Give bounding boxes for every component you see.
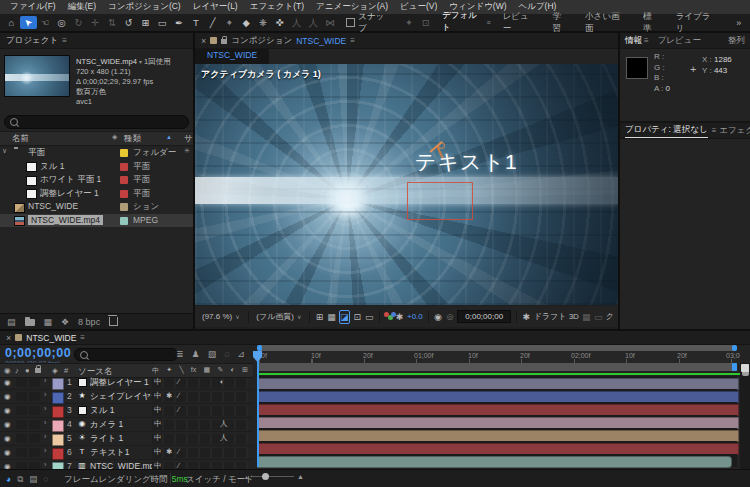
expander-icon[interactable]: ›	[44, 433, 46, 440]
column-name[interactable]: 名前	[12, 133, 29, 145]
expander-icon[interactable]: ›	[44, 447, 46, 454]
footage-caret-icon[interactable]: ▾	[139, 59, 142, 65]
switch-cells[interactable]	[152, 378, 248, 388]
expander-icon[interactable]: ›	[44, 405, 46, 412]
tab-project[interactable]: プロジェクト	[6, 35, 58, 47]
expander-icon[interactable]: ›	[44, 419, 46, 426]
layer-label-chip[interactable]	[52, 448, 64, 460]
item-name[interactable]: ホワイト 平面 1	[40, 174, 101, 186]
orbit-camera-tool-icon[interactable]: ↻	[70, 16, 87, 29]
frame-blending-icon[interactable]: ▧	[208, 349, 217, 359]
close-icon[interactable]: ×	[201, 36, 206, 46]
transparency-grid-icon[interactable]: ▦	[327, 311, 336, 323]
region-of-interest-icon[interactable]: ⊡	[353, 311, 362, 323]
layer-label-chip[interactable]	[52, 420, 64, 432]
viewer-subtab[interactable]: NTSC_WIDE	[195, 49, 269, 64]
video-column-icon[interactable]: ◉	[4, 366, 11, 375]
tab-effects-presets[interactable]: エフェクト&プ	[719, 125, 750, 137]
axis-view-icon[interactable]: ⋈	[322, 16, 339, 29]
layer-label-chip[interactable]	[52, 378, 64, 390]
project-row-composition[interactable]: NTSC_WIDE ション	[0, 200, 193, 214]
item-name[interactable]: 調整レイヤー 1	[40, 188, 99, 200]
audio-column-icon[interactable]: ♪	[15, 366, 19, 375]
layer-duration-bar[interactable]	[257, 391, 739, 403]
menu-layer[interactable]: レイヤー(L)	[187, 1, 244, 13]
panel-menu-icon[interactable]: ≡	[350, 36, 354, 45]
workspace-overflow-icon[interactable]: »	[726, 18, 747, 28]
panel-menu-icon[interactable]: ≡	[80, 333, 84, 342]
draft-3d-icon[interactable]: ♟	[192, 349, 200, 359]
show-snapshot-icon[interactable]: ⊚	[445, 311, 454, 323]
brush-tool-icon[interactable]: ╱	[204, 16, 221, 29]
layer-duration-bar[interactable]	[257, 404, 739, 416]
hand-tool-icon[interactable]: ☜	[37, 16, 54, 29]
label-column-icon[interactable]: ◈	[52, 366, 58, 375]
timeline-tab[interactable]: NTSC_WIDE	[26, 333, 76, 343]
draft-3d-label[interactable]: ドラフト 3D	[534, 311, 579, 322]
layer-name[interactable]: ライト 1	[90, 433, 123, 445]
mask-visibility-icon[interactable]: ◪	[339, 310, 350, 324]
fast-previews-gear-icon[interactable]: ✱	[522, 311, 531, 323]
grid-options-icon[interactable]: ⊡	[417, 16, 434, 29]
menu-file[interactable]: ファイル(F)	[4, 1, 62, 13]
pen-tool-icon[interactable]: ✒	[171, 16, 188, 29]
zoom-slider-knob[interactable]	[262, 473, 269, 480]
layer-label-chip[interactable]	[52, 392, 64, 404]
work-area-bar[interactable]	[257, 363, 737, 371]
panel-menu-icon[interactable]: ≡	[62, 36, 66, 45]
layer-duration-bar[interactable]	[257, 378, 739, 390]
av-cells[interactable]	[16, 406, 42, 415]
snap-checkbox[interactable]	[346, 18, 355, 27]
column-type[interactable]: 種類	[124, 133, 141, 145]
layer-row[interactable]: ◉›2★シェイプレイヤー 1中✱∕	[0, 390, 253, 404]
rotation-tool-icon[interactable]: ↺	[120, 16, 137, 29]
tab-properties[interactable]: プロパティ: 選択なし	[625, 124, 708, 138]
camera-wireframe-box[interactable]	[407, 182, 473, 220]
av-cells[interactable]	[16, 448, 42, 457]
layer-duration-bar[interactable]	[257, 443, 739, 455]
av-cells[interactable]	[16, 392, 42, 401]
tab-align[interactable]: 整列	[728, 35, 745, 47]
eye-icon[interactable]: ◉	[4, 378, 11, 387]
layer-row[interactable]: ◉›4◉カメラ 1中人	[0, 418, 253, 432]
item-name[interactable]: NTSC_WIDE.mp4	[28, 215, 103, 225]
eye-icon[interactable]: ◉	[4, 406, 11, 415]
live-update-icon[interactable]: ◕	[6, 474, 11, 485]
pan-camera-tool-icon[interactable]: ✛	[87, 16, 104, 29]
selection-tool-icon[interactable]: ➤	[20, 16, 37, 29]
axis-world-icon[interactable]: 人	[305, 16, 322, 29]
unified-camera-tool-icon[interactable]: ⊞	[137, 16, 154, 29]
viewer-timecode[interactable]: 0;00;00;00	[457, 310, 511, 323]
switch-cells[interactable]	[152, 434, 248, 444]
project-search-input[interactable]	[4, 115, 189, 129]
label-chip[interactable]	[120, 203, 128, 211]
workspace-learn[interactable]: 学習	[544, 10, 577, 36]
snap-label[interactable]: スナップ	[358, 11, 392, 35]
layer-duration-bar[interactable]	[257, 456, 732, 468]
menu-effect[interactable]: エフェクト(T)	[244, 1, 310, 13]
lock-icon[interactable]	[221, 39, 227, 44]
new-folder-icon[interactable]	[25, 319, 35, 326]
trash-icon[interactable]	[109, 317, 118, 326]
expander-icon[interactable]: ›	[44, 391, 46, 398]
sort-arrow-icon[interactable]: ▲	[166, 134, 172, 140]
folder-expander-icon[interactable]: ∨	[2, 147, 7, 155]
label-column-icon[interactable]: ◈	[112, 133, 117, 141]
zoom-out-icon[interactable]: ▲	[244, 474, 249, 480]
project-row-footage-selected[interactable]: NTSC_WIDE.mp4 MPEG	[0, 214, 193, 228]
timeline-search-input[interactable]	[74, 348, 178, 361]
av-cells[interactable]	[16, 378, 42, 387]
layer-name[interactable]: カメラ 1	[90, 419, 123, 431]
roto-brush-tool-icon[interactable]: ❈	[254, 16, 271, 29]
menu-composition[interactable]: コンポジション(C)	[102, 1, 187, 13]
layer-label-chip[interactable]	[52, 434, 64, 446]
label-chip[interactable]	[120, 217, 128, 225]
show-channel-icon[interactable]	[384, 312, 392, 322]
layer-duration-bar[interactable]	[257, 430, 739, 442]
workspace-default[interactable]: デフォルト	[434, 9, 493, 36]
av-cells[interactable]	[16, 434, 42, 443]
clone-stamp-tool-icon[interactable]: ⌖	[221, 16, 238, 29]
av-cells[interactable]	[16, 420, 42, 429]
layer-row[interactable]: ◉›3ヌル 1中∕	[0, 404, 253, 418]
eye-icon[interactable]: ◉	[4, 392, 11, 401]
